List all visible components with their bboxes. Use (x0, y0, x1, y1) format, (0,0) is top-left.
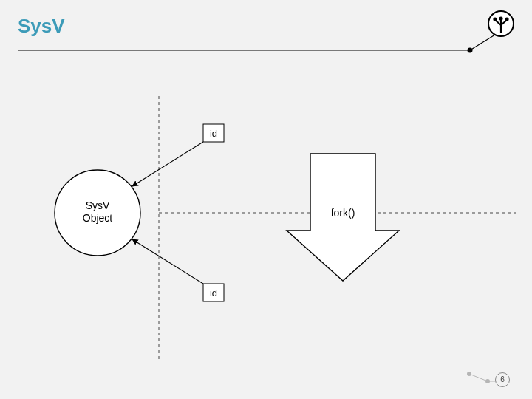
fork-arrow: fork() (287, 154, 399, 281)
svg-point-5 (493, 17, 497, 21)
fork-label: fork() (331, 207, 355, 219)
svg-point-4 (499, 16, 502, 20)
arrow-id-top (132, 142, 203, 186)
id-box-top: id (203, 124, 224, 142)
svg-line-11 (469, 374, 488, 381)
logo-icon (488, 11, 514, 36)
svg-point-6 (505, 17, 508, 21)
id-box-bottom: id (203, 284, 224, 301)
sysv-object-label-line1: SysV (86, 200, 110, 211)
sysv-object-node: SysV Object (55, 170, 140, 256)
sysv-object-label-line2: Object (83, 212, 113, 224)
diagram-canvas: SysV Object id id fork() (0, 0, 532, 399)
page-number: 6 (495, 372, 510, 387)
id-top-label: id (210, 128, 217, 139)
id-bottom-label: id (210, 287, 217, 299)
arrow-id-bottom (132, 239, 203, 284)
